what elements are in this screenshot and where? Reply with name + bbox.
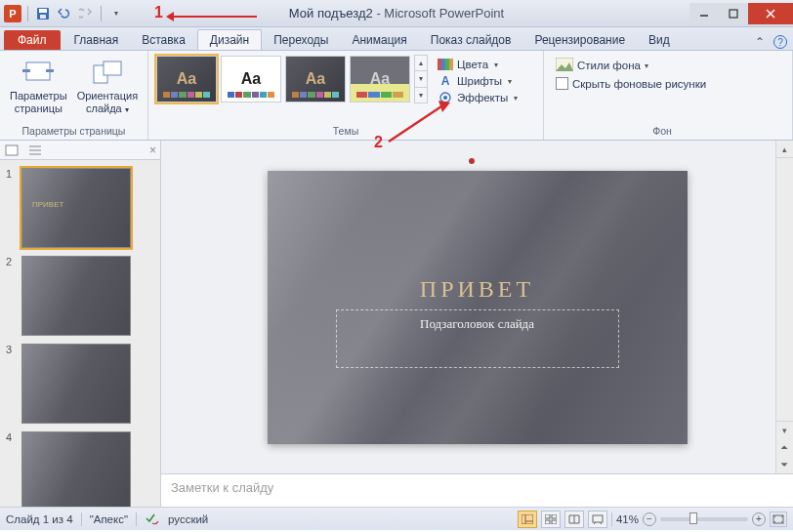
annotation-2: 2 (374, 134, 383, 151)
thumb-preview (21, 431, 131, 507)
theme-thumb-current[interactable]: Aa (156, 56, 217, 102)
fit-to-window-button[interactable] (770, 512, 787, 527)
slide-preview[interactable]: ПРИВЕТ Подзаголовок слайда (268, 171, 688, 444)
content-area: × 1 ПРИВЕТ 2 3 4 ПРИВЕТ (0, 141, 793, 507)
colors-icon (438, 58, 453, 71)
themes-gallery-spinner: ▴ ▾ ▾ (414, 55, 428, 103)
reading-view-button[interactable] (564, 511, 584, 528)
svg-rect-17 (449, 59, 453, 70)
slide-canvas[interactable]: ПРИВЕТ Подзаголовок слайда (161, 141, 793, 473)
window-title: Мой подъезд2 - Microsoft PowerPoint (289, 6, 504, 20)
slideshow-view-button[interactable] (588, 511, 607, 528)
tab-file[interactable]: Файл (4, 30, 61, 50)
vertical-scrollbar[interactable]: ▴ ▾ ⏶ ⏷ (775, 141, 793, 473)
group-page-setup: Параметры страницы Ориентация слайда ▾ П… (0, 51, 148, 140)
svg-rect-2 (40, 15, 46, 19)
svg-line-7 (389, 104, 444, 142)
close-panel-icon[interactable]: × (149, 143, 156, 157)
zoom-in-button[interactable]: + (752, 512, 766, 526)
slide-thumbnail-3[interactable]: 3 (0, 340, 160, 428)
outline-tab-icon[interactable] (23, 144, 47, 156)
tab-review[interactable]: Рецензирование (522, 30, 637, 50)
slide-subtitle-placeholder[interactable]: Подзаголовок слайда (336, 309, 619, 368)
app-logo-icon[interactable]: P (4, 5, 21, 22)
thumb-preview (21, 256, 131, 336)
zoom-out-button[interactable]: − (643, 512, 656, 526)
slide-editor-area: ПРИВЕТ Подзаголовок слайда ▴ ▾ ⏶ ⏷ Замет… (161, 141, 793, 507)
slide-orientation-label: Ориентация слайда ▾ (77, 90, 138, 114)
colors-button[interactable]: Цвета ▾ (434, 57, 522, 72)
gallery-down-icon[interactable]: ▾ (415, 71, 427, 87)
zoom-slider-handle[interactable] (689, 512, 697, 524)
thumbnails-list: 1 ПРИВЕТ 2 3 4 (0, 160, 160, 507)
maximize-button[interactable] (719, 3, 748, 24)
status-bar: Слайд 1 из 4 "Апекс" русский 41% − + (0, 507, 793, 530)
slide-orientation-button[interactable]: Ориентация слайда ▾ (75, 55, 140, 116)
page-parameters-button[interactable]: Параметры страницы (8, 55, 69, 116)
slide-thumbnail-1[interactable]: 1 ПРИВЕТ (0, 164, 160, 252)
thumb-number: 2 (6, 256, 16, 267)
notes-pane[interactable]: Заметки к слайду (161, 473, 793, 507)
theme-thumb-3[interactable]: Aa (285, 56, 346, 102)
scroll-up-icon[interactable]: ▴ (776, 141, 793, 158)
scroll-down-icon[interactable]: ▾ (776, 421, 793, 438)
help-icon[interactable]: ? (773, 35, 787, 49)
thumb-number: 4 (6, 431, 16, 443)
background-styles-button[interactable]: Стили фона ▾ (552, 57, 710, 74)
tab-slideshow[interactable]: Показ слайдов (419, 30, 523, 50)
group-themes: Aa Aa Aa Aa ▴ ▾ ▾ (148, 51, 544, 140)
tab-design[interactable]: Дизайн (197, 29, 262, 50)
svg-rect-11 (46, 69, 54, 72)
svg-rect-10 (22, 69, 30, 72)
svg-rect-28 (545, 514, 550, 518)
quick-access-toolbar: P ▾ (0, 5, 125, 22)
theme-thumb-2[interactable]: Aa (221, 56, 281, 102)
ribbon-tabs: Файл Главная Вставка Дизайн Переходы Ани… (0, 27, 793, 51)
thumbnails-header: × (0, 141, 160, 160)
qat-dropdown-icon[interactable]: ▾ (107, 5, 125, 22)
thumb-preview: ПРИВЕТ (21, 168, 131, 248)
annotation-arrow-2 (386, 101, 454, 147)
slide-title-text[interactable]: ПРИВЕТ (268, 276, 688, 303)
tab-view[interactable]: Вид (637, 30, 682, 50)
prev-slide-icon[interactable]: ⏶ (776, 438, 793, 456)
minimize-button[interactable] (689, 3, 719, 24)
minimize-ribbon-icon[interactable]: ⌃ (752, 34, 768, 50)
zoom-percentage[interactable]: 41% (616, 513, 639, 525)
slide-thumbnail-4[interactable]: 4 (0, 428, 160, 507)
close-button[interactable] (748, 3, 793, 24)
slides-tab-icon[interactable] (0, 144, 23, 156)
theme-thumb-4[interactable]: Aa (350, 56, 410, 102)
annotation-1: 1 (154, 4, 163, 21)
zoom-slider[interactable] (660, 517, 748, 521)
next-slide-icon[interactable]: ⏷ (776, 456, 793, 473)
language-indicator[interactable]: русский (168, 513, 208, 525)
tab-home[interactable]: Главная (63, 30, 131, 50)
fonts-label: Шрифты (457, 75, 502, 87)
theme-name[interactable]: "Апекс" (90, 513, 128, 525)
chevron-down-icon: ▾ (508, 77, 512, 86)
svg-rect-13 (104, 61, 121, 75)
thumb-preview (21, 344, 131, 424)
svg-rect-29 (552, 514, 557, 518)
redo-icon[interactable] (77, 5, 95, 22)
sorter-view-button[interactable] (541, 511, 561, 528)
tab-transitions[interactable]: Переходы (262, 30, 340, 50)
colors-label: Цвета (457, 59, 488, 70)
background-styles-icon (556, 58, 573, 73)
svg-rect-14 (438, 59, 441, 70)
tab-animations[interactable]: Анимация (340, 30, 418, 50)
normal-view-button[interactable] (518, 511, 537, 528)
svg-rect-21 (6, 145, 18, 155)
tab-insert[interactable]: Вставка (130, 30, 197, 50)
slide-thumbnail-2[interactable]: 2 (0, 252, 160, 340)
save-icon[interactable] (34, 5, 52, 22)
spell-check-icon[interactable] (145, 512, 160, 527)
group-page-setup-label: Параметры страницы (8, 123, 140, 140)
hide-background-checkbox[interactable]: Скрыть фоновые рисунки (552, 76, 710, 91)
slide-counter[interactable]: Слайд 1 из 4 (6, 513, 73, 525)
fonts-button[interactable]: A Шрифты ▾ (434, 73, 522, 89)
svg-rect-31 (552, 520, 557, 524)
undo-icon[interactable] (56, 5, 73, 22)
gallery-up-icon[interactable]: ▴ (415, 56, 427, 71)
